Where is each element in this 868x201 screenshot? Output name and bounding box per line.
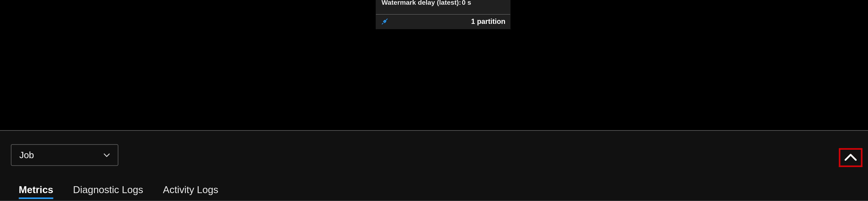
tab-strip: Metrics Diagnostic Logs Activity Logs: [19, 184, 218, 199]
tab-metrics[interactable]: Metrics: [19, 184, 53, 199]
tab-label: Metrics: [19, 184, 53, 195]
job-node-footer: 1 partition: [376, 14, 510, 29]
expand-panel-button[interactable]: [839, 148, 863, 167]
metric-value: 0 s: [462, 0, 471, 6]
diagram-canvas[interactable]: Output events (sum):3543 Watermark delay…: [0, 0, 868, 130]
tab-label: Activity Logs: [163, 184, 218, 195]
connection-icon: [381, 18, 389, 26]
scope-dropdown-label: Job: [19, 150, 34, 160]
chevron-down-icon: [102, 151, 111, 159]
tab-activity-logs[interactable]: Activity Logs: [163, 184, 218, 199]
tab-label: Diagnostic Logs: [73, 184, 143, 195]
metric-watermark-delay: Watermark delay (latest):0 s: [381, 0, 505, 7]
bottom-panel: Job Metrics Diagnostic Logs Activity Log…: [0, 131, 868, 201]
tab-diagnostic-logs[interactable]: Diagnostic Logs: [73, 184, 143, 199]
job-node-body: Output events (sum):3543 Watermark delay…: [376, 0, 510, 14]
partition-count: 1 partition: [471, 18, 505, 26]
metric-label: Watermark delay (latest):: [381, 0, 461, 6]
job-node-card[interactable]: Output events (sum):3543 Watermark delay…: [376, 0, 510, 29]
scope-dropdown[interactable]: Job: [11, 144, 118, 166]
